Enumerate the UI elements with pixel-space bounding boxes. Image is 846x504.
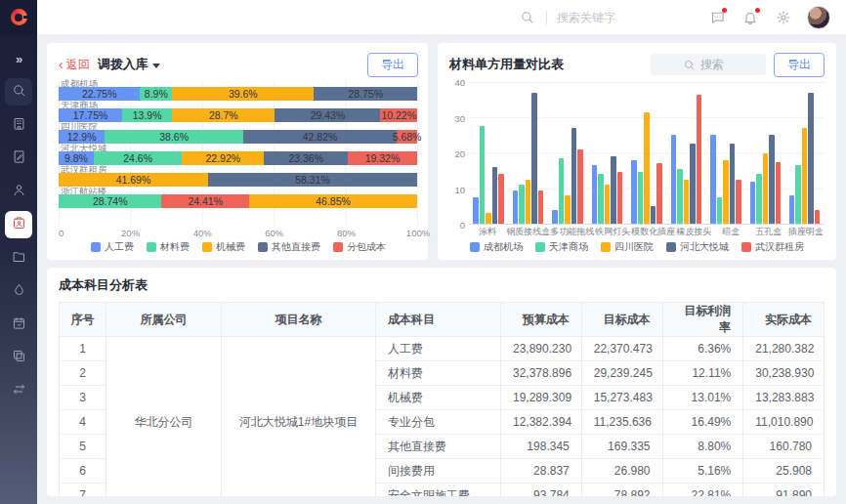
bar [684,180,690,224]
panel-title-dropdown[interactable]: 调拨入库 [98,56,160,73]
export-button[interactable]: 导出 [367,53,418,77]
cell-subject: 专业分包 [376,410,501,435]
cell-index: 6 [60,459,106,483]
sidebar-item-search[interactable] [5,78,32,105]
bar-group [706,82,745,224]
search-icon [12,83,26,102]
bar-group [785,82,825,224]
cell-subject: 其他直接费 [376,435,501,459]
sidebar-item-company[interactable] [5,111,32,139]
legend-swatch [91,242,101,252]
legend-swatch [147,242,156,252]
table-row: 1华北分公司河北大悦城1#地块项目人工费23,890.23022,370.473… [60,337,825,361]
bar [795,165,801,224]
user-avatar[interactable] [807,6,830,29]
table-column-header: 项目名称 [222,303,376,337]
bar-segment: 22.92% [182,151,264,165]
legend-item[interactable]: 河北大悦城 [666,240,729,254]
sidebar-item-transfer[interactable] [5,377,32,404]
cell-budget: 32,378.896 [501,361,582,386]
bar-category-label: 武汉群租房 [59,166,417,173]
chart-search-box[interactable] [651,54,766,75]
grouped-x-categories: 涂料钢质接线盒多功能拖线铁网灯头模数化插座橡皮接头暗盒五孔盒插座明盒 [469,225,825,238]
chart-search-input[interactable] [700,58,734,71]
cell-margin: 13.01% [662,386,743,410]
legend-item[interactable]: 机械费 [202,240,245,254]
legend-item[interactable]: 分包成本 [333,240,386,254]
bar [717,197,723,224]
bar [631,160,637,224]
bar-segment: 19.32% [348,151,417,165]
sidebar-item-schedule[interactable] [5,311,32,338]
bar-group [627,82,666,224]
global-search[interactable] [517,8,664,27]
bar [605,185,611,224]
sidebar-item-documents[interactable] [5,145,32,172]
main-content: ‹ 返回 调拨入库 导出 成都机场22.75%8.9%39.6%28.75%天津… [37,35,846,504]
legend-item[interactable]: 其他直接费 [258,240,320,254]
table-column-header: 实际成本 [743,303,825,337]
cell-index: 1 [60,337,106,361]
bar-category-label: 橡皮接头 [675,225,712,238]
bar-segment: 13.9% [122,108,172,122]
axis-tick: 30 [454,112,465,123]
chevron-left-icon: ‹ [59,58,63,71]
bar-segment: 28.7% [172,108,275,122]
cell-actual: 91.890 [743,483,825,497]
bar [592,165,598,224]
gear-icon[interactable] [774,8,793,27]
global-search-input[interactable] [557,11,664,24]
bar [486,213,491,224]
stacked-bar-row: 河北大悦城9.8%24.6%22.92%23.36%19.32% [59,145,417,166]
bar-segment: 22.75% [59,87,140,101]
bar [492,167,498,224]
document-edit-icon [12,149,26,168]
id-card-icon [12,216,26,234]
bar [697,95,702,224]
bar-segment: 58.31% [208,173,417,187]
bar [644,112,650,224]
bar-segment: 42.82% [243,130,397,144]
bar-segment: 46.85% [249,194,417,208]
bar-category-label: 四川医院 [59,123,417,130]
sidebar-item-files[interactable] [5,244,32,272]
axis-tick: 40 [454,77,465,88]
bar-group [745,82,784,224]
axis-tick: 100% [406,228,430,238]
bell-icon[interactable] [740,8,760,27]
back-link[interactable]: ‹ 返回 [59,57,90,73]
cell-budget: 23,890.230 [501,337,582,361]
export-button[interactable]: 导出 [774,53,825,77]
bar-segment: 5.68% [397,130,417,144]
notification-dot [722,8,727,13]
bar [531,93,537,224]
sidebar-item-resources[interactable] [5,277,32,305]
bar-segment: 28.74% [59,194,161,208]
legend-item[interactable]: 材料费 [147,240,190,254]
legend-item[interactable]: 成都机场 [470,240,523,254]
sidebar-item-materials-active[interactable] [5,211,32,238]
table-column-header: 序号 [60,303,106,337]
legend-item[interactable]: 天津商场 [535,240,588,254]
bar-category-label: 钢质接线盒 [506,225,550,238]
bar [802,128,808,224]
bar-group [508,82,547,224]
bar [651,206,656,224]
bar-category-label: 成都机场 [59,80,417,87]
sidebar-item-copy[interactable] [5,344,32,371]
cell-target: 15,273.483 [581,386,662,410]
legend-item[interactable]: 武汉群租房 [741,240,804,254]
table-column-header: 目标利润率 [662,303,743,337]
messages-icon[interactable] [707,8,727,27]
cell-index: 3 [60,386,106,410]
legend-item[interactable]: 四川医院 [601,240,654,254]
app-logo[interactable] [0,0,37,35]
sidebar-expand-button[interactable]: » [5,45,32,72]
legend-item[interactable]: 人工费 [91,240,134,254]
cell-actual: 13,283.883 [743,386,825,410]
cell-margin: 5.16% [662,459,743,483]
sidebar-item-users[interactable] [5,178,32,205]
chevrons-right-icon: » [16,52,21,66]
bar-category-label: 模数化插座 [631,225,675,238]
bar-group [666,82,705,224]
